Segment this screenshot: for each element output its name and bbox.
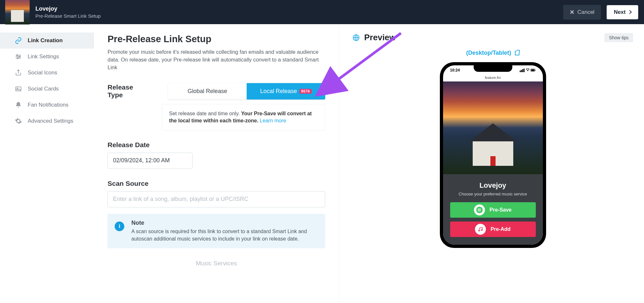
globe-icon — [353, 34, 360, 41]
scan-source-label: Scan Source — [108, 180, 325, 187]
svg-rect-10 — [520, 71, 521, 72]
page-subtitle: Pre-Release Smart Link Setup — [35, 13, 101, 19]
release-date-input[interactable] — [108, 153, 193, 169]
page-description: Promote your music before it's released … — [108, 48, 325, 71]
svg-rect-16 — [535, 70, 535, 71]
next-label: Next — [614, 9, 626, 15]
sidebar-item-label: Fan Notifications — [28, 102, 69, 108]
music-services-heading: Music Services — [108, 258, 325, 267]
desktop-tablet-link[interactable]: (Desktop/Tablet) — [466, 50, 520, 56]
preview-title: Preview — [364, 33, 396, 43]
sidebar-item-label: Social Icons — [28, 70, 57, 76]
info-icon: i — [115, 222, 124, 231]
next-button[interactable]: Next — [607, 5, 638, 19]
apple-music-icon — [475, 224, 486, 235]
desktop-tablet-label: (Desktop/Tablet) — [466, 50, 511, 56]
link-icon — [15, 37, 22, 44]
sidebar-item-social-cards[interactable]: Social Cards — [0, 81, 94, 97]
svg-point-3 — [17, 55, 18, 56]
global-release-label: Global Release — [187, 88, 227, 95]
sidebar: Link Creation Link Settings Social Icons… — [0, 24, 94, 303]
phone-screen: 10:24 feature.fm Lovejoy Choose your pre… — [443, 65, 543, 245]
svg-point-4 — [19, 56, 20, 57]
preview-tagline: Choose your preferred music service — [450, 192, 536, 196]
preview-panel: Preview Show tips (Desktop/Tablet) 10:24… — [339, 24, 644, 303]
album-cover-preview — [443, 81, 543, 174]
sidebar-item-label: Link Creation — [28, 37, 63, 44]
svg-rect-15 — [531, 69, 534, 71]
sliders-icon — [15, 53, 22, 60]
preview-switch: (Desktop/Tablet) — [353, 50, 633, 56]
sidebar-item-label: Link Settings — [28, 53, 59, 60]
phone-mockup: 10:24 feature.fm Lovejoy Choose your pre… — [440, 62, 546, 248]
release-type-toggle: Global Release Local Release BETA — [168, 83, 325, 99]
chevron-right-icon — [628, 10, 632, 14]
note-text: A scan source is required for this link … — [131, 228, 318, 242]
phone-time: 10:24 — [450, 68, 460, 72]
phone-status-bar: 10:24 — [443, 65, 543, 75]
top-bar-actions: ✕ Cancel Next — [563, 5, 638, 20]
preview-header-left: Preview — [353, 33, 396, 43]
apple-label: Pre-Add — [490, 226, 510, 232]
sidebar-item-label: Advanced Settings — [28, 118, 73, 124]
cancel-button[interactable]: ✕ Cancel — [563, 5, 601, 20]
sidebar-item-advanced-settings[interactable]: Advanced Settings — [0, 113, 94, 129]
image-icon — [15, 85, 22, 92]
house-art — [469, 123, 517, 168]
preview-artist-name: Lovejoy — [450, 181, 536, 190]
share-icon — [15, 69, 22, 76]
bell-icon — [15, 101, 22, 109]
cancel-label: Cancel — [577, 9, 594, 15]
main-content: Pre-Release Link Setup Promote your musi… — [94, 24, 339, 303]
sidebar-item-link-settings[interactable]: Link Settings — [0, 49, 94, 65]
album-thumbnail — [5, 0, 30, 24]
release-type-row: Release Type Global Release Local Releas… — [108, 83, 325, 99]
external-link-icon — [515, 51, 519, 55]
show-tips-button[interactable]: Show tips — [604, 33, 633, 42]
beta-badge: BETA — [299, 89, 312, 94]
spotify-presave-button[interactable]: Pre-Save — [450, 202, 536, 218]
svg-point-5 — [17, 58, 18, 59]
local-release-label: Local Release — [260, 88, 297, 95]
page-title: Pre-Release Link Setup — [108, 34, 325, 44]
phone-notch — [474, 65, 512, 72]
info-text-pre: Set release date and time only. — [169, 111, 241, 116]
svg-rect-11 — [521, 70, 522, 72]
spotify-icon — [474, 204, 485, 215]
close-icon: ✕ — [570, 9, 574, 16]
note-body: Note A scan source is required for this … — [131, 220, 318, 242]
release-type-label: Release Type — [108, 83, 149, 99]
phone-content: Lovejoy Choose your preferred music serv… — [443, 174, 543, 245]
note-box: i Note A scan source is required for thi… — [108, 214, 325, 248]
sidebar-item-social-icons[interactable]: Social Icons — [0, 65, 94, 81]
phone-status-icons — [520, 69, 536, 72]
release-info-band: Set release date and time only. Your Pre… — [162, 104, 325, 131]
global-release-option[interactable]: Global Release — [168, 83, 247, 99]
top-bar-left: Lovejoy Pre-Release Smart Link Setup — [6, 0, 101, 24]
sidebar-item-link-creation[interactable]: Link Creation — [0, 33, 94, 49]
apple-preadd-button[interactable]: Pre-Add — [450, 222, 536, 237]
preview-header: Preview Show tips — [353, 33, 633, 43]
top-bar-titles: Lovejoy Pre-Release Smart Link Setup — [35, 5, 101, 19]
note-title: Note — [131, 220, 318, 226]
svg-rect-12 — [522, 69, 523, 72]
local-release-option[interactable]: Local Release BETA — [247, 83, 325, 99]
spotify-label: Pre-Save — [489, 207, 512, 213]
sidebar-item-fan-notifications[interactable]: Fan Notifications — [0, 97, 94, 113]
phone-url-bar: feature.fm — [443, 75, 543, 81]
svg-rect-13 — [524, 69, 525, 72]
learn-more-link[interactable]: Learn more — [260, 118, 286, 123]
gear-icon — [15, 118, 22, 125]
scan-source-input[interactable] — [108, 191, 325, 207]
release-date-label: Release Date — [108, 141, 325, 149]
sidebar-item-label: Social Cards — [28, 86, 59, 92]
artist-title: Lovejoy — [35, 5, 101, 12]
top-bar: Lovejoy Pre-Release Smart Link Setup ✕ C… — [0, 0, 644, 24]
